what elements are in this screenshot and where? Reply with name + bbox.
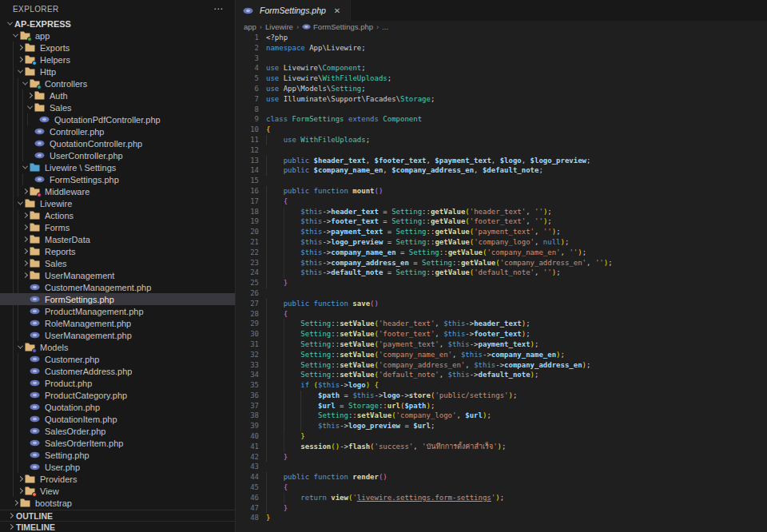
- tree-item-label: Providers: [40, 474, 77, 484]
- code-text: public function render(): [266, 472, 387, 482]
- breadcrumb-file[interactable]: FormSettings.php: [313, 22, 373, 31]
- line-number: 31: [236, 339, 266, 350]
- tree-item-file[interactable]: UserManagement.php: [0, 329, 235, 341]
- code-text: $this->company_name_en = Setting::getVal…: [266, 248, 586, 258]
- code-text: Setting::setValue('header_text', $this->…: [266, 319, 531, 329]
- tree-item-folder[interactable]: Actions: [0, 209, 235, 221]
- code-line: 19 $this->footer_text = Setting::getValu…: [236, 216, 767, 227]
- tree-item-folder[interactable]: Reports: [0, 245, 235, 257]
- tree-item-folder[interactable]: Middleware: [0, 185, 235, 197]
- tree-item-label: Quotation.php: [45, 403, 100, 412]
- tree-item-folder[interactable]: Livewire \ Settings: [0, 161, 235, 173]
- tree-item-folder[interactable]: Controllers: [0, 77, 235, 89]
- tree-item-folder[interactable]: Sales: [0, 101, 235, 113]
- tree-item-folder[interactable]: bootstrap: [0, 497, 235, 509]
- tree-item-file[interactable]: User.php: [0, 461, 235, 473]
- tree-item-file[interactable]: RoleManagement.php: [0, 317, 235, 329]
- tree-item-file[interactable]: SalesOrderItem.php: [0, 437, 235, 449]
- code-text: $this->header_text = Setting::getValue('…: [266, 207, 552, 217]
- tree-item-label: Actions: [45, 211, 74, 220]
- tree-item-file[interactable]: FormSettings.php: [0, 293, 235, 305]
- line-number: 45: [236, 482, 266, 493]
- tree-item-file[interactable]: QuotationItem.php: [0, 413, 235, 425]
- breadcrumb-symbols[interactable]: ...: [382, 22, 388, 31]
- tree-item-folder[interactable]: Models: [0, 341, 235, 353]
- breadcrumb-app[interactable]: app: [244, 22, 256, 31]
- tree-item-file[interactable]: FormSettings.php: [0, 173, 235, 185]
- chevron-down-icon: [15, 69, 25, 73]
- tree-item-folder[interactable]: app: [0, 30, 235, 42]
- code-line: 45 {: [236, 482, 767, 493]
- tree-item-file[interactable]: Customer.php: [0, 353, 235, 365]
- tree-item-folder[interactable]: UserManagement: [0, 269, 235, 281]
- tree-item-label: CustomerManagement.php: [45, 283, 151, 292]
- line-number: 44: [236, 472, 266, 482]
- code-text: }: [266, 503, 288, 514]
- tree-item-folder[interactable]: Helpers: [0, 54, 235, 66]
- tree-item-label: RoleManagement.php: [45, 319, 131, 328]
- code-line: 43: [236, 462, 767, 472]
- tree-item-folder[interactable]: Auth: [0, 89, 235, 101]
- tree-item-file[interactable]: CustomerManagement.php: [0, 281, 235, 293]
- tree-item-folder[interactable]: Sales: [0, 257, 235, 269]
- code-line: 30 Setting::setValue('footer_text', $thi…: [236, 329, 767, 339]
- line-number: 24: [236, 268, 266, 278]
- tree-item-label: Forms: [45, 223, 70, 232]
- tree-item-file[interactable]: UserController.php: [0, 149, 235, 161]
- line-number: 36: [236, 391, 266, 401]
- line-number: 42: [236, 452, 266, 463]
- code-line: 2namespace App\Livewire;: [236, 43, 767, 54]
- code-line: 18 $this->header_text = Setting::getValu…: [236, 207, 767, 217]
- tree-item-file[interactable]: ProductManagement.php: [0, 305, 235, 317]
- tree-item-file[interactable]: Setting.php: [0, 449, 235, 461]
- tree-item-folder[interactable]: View: [0, 485, 235, 497]
- code-text: $this->payment_text = Setting::getValue(…: [266, 227, 561, 237]
- folder-badge-icon: [27, 37, 32, 42]
- tree-item-file[interactable]: QuotationController.php: [0, 137, 235, 149]
- more-actions-icon[interactable]: ⋯: [213, 3, 224, 14]
- code-text: {: [266, 482, 288, 493]
- close-icon[interactable]: ✕: [332, 6, 343, 15]
- php-file-icon: [39, 114, 51, 125]
- folder-badge-icon: [32, 61, 37, 66]
- line-number: 26: [236, 288, 266, 299]
- line-number: 46: [236, 493, 266, 503]
- tree-item-file[interactable]: SalesOrder.php: [0, 425, 235, 437]
- folder-icon: [30, 186, 42, 197]
- tree-item-file[interactable]: Controller.php: [0, 125, 235, 137]
- tree-item-label: Exports: [40, 43, 70, 53]
- tree-root-ap-express[interactable]: AP-EXPRESS: [0, 18, 235, 30]
- tree-item-folder[interactable]: Http: [0, 66, 235, 77]
- tree-item-folder[interactable]: MasterData: [0, 233, 235, 245]
- timeline-section[interactable]: TIMELINE: [0, 521, 235, 532]
- folder-icon: [20, 30, 32, 41]
- tree-item-file[interactable]: QuotationPdfController.php: [0, 113, 235, 125]
- tree-item-folder[interactable]: Providers: [0, 473, 235, 485]
- chevron-right-icon: [25, 93, 34, 97]
- tree-item-file[interactable]: Product.php: [0, 377, 235, 389]
- line-number: 18: [236, 207, 266, 217]
- breadcrumb-livewire[interactable]: Livewire: [265, 22, 293, 31]
- tree-item-label: Customer.php: [45, 355, 99, 364]
- code-line: 13 public $header_text, $footer_text, $p…: [236, 156, 767, 166]
- tree-item-folder[interactable]: Forms: [0, 221, 235, 233]
- folder-badge-icon: [37, 193, 42, 197]
- tree-item-file[interactable]: Quotation.php: [0, 401, 235, 413]
- code-text: public function save(): [266, 299, 379, 309]
- tree-item-file[interactable]: ProductCategory.php: [0, 389, 235, 401]
- tree-item-label: User.php: [45, 463, 80, 472]
- folder-badge-icon: [32, 348, 37, 353]
- code-text: if ($this->logo) {: [266, 380, 379, 391]
- line-number: 28: [236, 309, 266, 320]
- tab-formsettings[interactable]: FormSettings.php ✕: [236, 0, 351, 21]
- code-text: }: [266, 278, 288, 288]
- tab-label: FormSettings.php: [260, 6, 326, 15]
- outline-section[interactable]: OUTLINE: [0, 510, 235, 521]
- code-editor[interactable]: 1<?php2namespace App\Livewire;34use Live…: [236, 32, 767, 532]
- php-file-icon: [30, 378, 42, 388]
- tree-item-label: Auth: [50, 91, 68, 101]
- tree-item-file[interactable]: CustomerAddress.php: [0, 365, 235, 377]
- tree-item-folder[interactable]: Exports: [0, 42, 235, 54]
- php-file-icon: [30, 366, 42, 376]
- tree-item-folder[interactable]: Livewire: [0, 197, 235, 209]
